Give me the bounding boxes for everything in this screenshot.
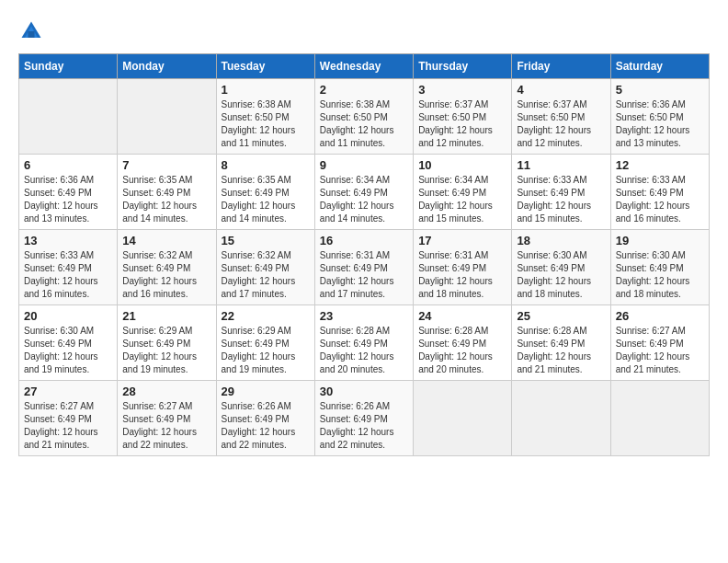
day-number: 28 [122, 385, 210, 398]
day-number: 19 [616, 234, 704, 247]
day-info: Sunrise: 6:37 AM Sunset: 6:50 PM Dayligh… [418, 98, 506, 150]
day-info: Sunrise: 6:29 AM Sunset: 6:49 PM Dayligh… [222, 325, 310, 376]
day-info: Sunrise: 6:30 AM Sunset: 6:49 PM Dayligh… [616, 249, 704, 301]
day-number: 29 [222, 385, 310, 398]
calendar-cell: 26Sunrise: 6:27 AM Sunset: 6:49 PM Dayli… [610, 305, 709, 381]
weekday-header-tuesday: Tuesday [216, 54, 314, 79]
day-number: 23 [320, 309, 408, 323]
day-number: 24 [418, 309, 506, 323]
day-info: Sunrise: 6:28 AM Sunset: 6:49 PM Dayligh… [418, 325, 506, 376]
day-number: 27 [24, 385, 112, 398]
week-row-4: 20Sunrise: 6:30 AM Sunset: 6:49 PM Dayli… [19, 305, 710, 381]
calendar-cell: 23Sunrise: 6:28 AM Sunset: 6:49 PM Dayli… [314, 305, 413, 381]
svg-rect-2 [28, 31, 35, 38]
day-number: 6 [24, 158, 112, 172]
calendar-cell: 22Sunrise: 6:29 AM Sunset: 6:49 PM Dayli… [216, 305, 314, 381]
day-number: 18 [517, 234, 605, 247]
day-info: Sunrise: 6:26 AM Sunset: 6:49 PM Dayligh… [320, 400, 408, 452]
logo [18, 18, 48, 44]
day-number: 8 [222, 158, 310, 172]
weekday-header-row: SundayMondayTuesdayWednesdayThursdayFrid… [19, 54, 710, 79]
day-info: Sunrise: 6:26 AM Sunset: 6:49 PM Dayligh… [222, 400, 310, 452]
day-number: 1 [222, 83, 310, 97]
calendar-cell: 1Sunrise: 6:38 AM Sunset: 6:50 PM Daylig… [216, 79, 314, 155]
weekday-header-saturday: Saturday [610, 54, 709, 79]
day-number: 2 [320, 83, 408, 97]
day-number: 30 [320, 385, 408, 398]
calendar-cell: 7Sunrise: 6:35 AM Sunset: 6:49 PM Daylig… [118, 155, 216, 230]
calendar-cell: 4Sunrise: 6:37 AM Sunset: 6:50 PM Daylig… [512, 79, 610, 155]
day-number: 4 [517, 83, 605, 97]
day-number: 15 [222, 234, 310, 247]
day-info: Sunrise: 6:28 AM Sunset: 6:49 PM Dayligh… [517, 325, 605, 376]
day-info: Sunrise: 6:30 AM Sunset: 6:49 PM Dayligh… [517, 249, 605, 301]
week-row-5: 27Sunrise: 6:27 AM Sunset: 6:49 PM Dayli… [19, 381, 710, 456]
calendar-cell: 8Sunrise: 6:35 AM Sunset: 6:49 PM Daylig… [216, 155, 314, 230]
calendar-cell: 24Sunrise: 6:28 AM Sunset: 6:49 PM Dayli… [414, 305, 512, 381]
day-info: Sunrise: 6:28 AM Sunset: 6:49 PM Dayligh… [320, 325, 408, 376]
calendar-cell [19, 79, 118, 155]
calendar-cell: 14Sunrise: 6:32 AM Sunset: 6:49 PM Dayli… [118, 230, 216, 305]
calendar-cell: 30Sunrise: 6:26 AM Sunset: 6:49 PM Dayli… [314, 381, 413, 456]
day-info: Sunrise: 6:29 AM Sunset: 6:49 PM Dayligh… [122, 325, 210, 376]
day-info: Sunrise: 6:32 AM Sunset: 6:49 PM Dayligh… [222, 249, 310, 301]
day-number: 9 [320, 158, 408, 172]
day-info: Sunrise: 6:27 AM Sunset: 6:49 PM Dayligh… [122, 400, 210, 452]
day-number: 22 [222, 309, 310, 323]
calendar-cell [118, 79, 216, 155]
weekday-header-thursday: Thursday [414, 54, 512, 79]
day-info: Sunrise: 6:32 AM Sunset: 6:49 PM Dayligh… [122, 249, 210, 301]
week-row-2: 6Sunrise: 6:36 AM Sunset: 6:49 PM Daylig… [19, 155, 710, 230]
day-number: 7 [122, 158, 210, 172]
calendar-cell: 18Sunrise: 6:30 AM Sunset: 6:49 PM Dayli… [512, 230, 610, 305]
calendar-cell [414, 381, 512, 456]
calendar-cell [610, 381, 709, 456]
day-number: 17 [418, 234, 506, 247]
calendar-cell: 9Sunrise: 6:34 AM Sunset: 6:49 PM Daylig… [314, 155, 413, 230]
day-info: Sunrise: 6:36 AM Sunset: 6:49 PM Dayligh… [24, 174, 112, 225]
calendar-cell: 25Sunrise: 6:28 AM Sunset: 6:49 PM Dayli… [512, 305, 610, 381]
day-info: Sunrise: 6:27 AM Sunset: 6:49 PM Dayligh… [616, 325, 704, 376]
page-header [18, 18, 710, 44]
calendar-cell: 19Sunrise: 6:30 AM Sunset: 6:49 PM Dayli… [610, 230, 709, 305]
day-info: Sunrise: 6:34 AM Sunset: 6:49 PM Dayligh… [418, 174, 506, 225]
day-number: 5 [616, 83, 704, 97]
calendar-cell: 11Sunrise: 6:33 AM Sunset: 6:49 PM Dayli… [512, 155, 610, 230]
calendar-cell: 3Sunrise: 6:37 AM Sunset: 6:50 PM Daylig… [414, 79, 512, 155]
day-number: 21 [122, 309, 210, 323]
day-number: 11 [517, 158, 605, 172]
weekday-header-wednesday: Wednesday [314, 54, 413, 79]
calendar-cell: 15Sunrise: 6:32 AM Sunset: 6:49 PM Dayli… [216, 230, 314, 305]
calendar-cell: 27Sunrise: 6:27 AM Sunset: 6:49 PM Dayli… [19, 381, 118, 456]
day-info: Sunrise: 6:37 AM Sunset: 6:50 PM Dayligh… [517, 98, 605, 150]
day-info: Sunrise: 6:33 AM Sunset: 6:49 PM Dayligh… [517, 174, 605, 225]
calendar-cell [512, 381, 610, 456]
calendar-cell: 5Sunrise: 6:36 AM Sunset: 6:50 PM Daylig… [610, 79, 709, 155]
day-info: Sunrise: 6:30 AM Sunset: 6:49 PM Dayligh… [24, 325, 112, 376]
day-number: 16 [320, 234, 408, 247]
logo-icon [18, 18, 44, 44]
week-row-3: 13Sunrise: 6:33 AM Sunset: 6:49 PM Dayli… [19, 230, 710, 305]
weekday-header-sunday: Sunday [19, 54, 118, 79]
calendar-cell: 29Sunrise: 6:26 AM Sunset: 6:49 PM Dayli… [216, 381, 314, 456]
weekday-header-friday: Friday [512, 54, 610, 79]
day-info: Sunrise: 6:31 AM Sunset: 6:49 PM Dayligh… [320, 249, 408, 301]
day-info: Sunrise: 6:31 AM Sunset: 6:49 PM Dayligh… [418, 249, 506, 301]
day-info: Sunrise: 6:36 AM Sunset: 6:50 PM Dayligh… [616, 98, 704, 150]
day-info: Sunrise: 6:35 AM Sunset: 6:49 PM Dayligh… [122, 174, 210, 225]
calendar-cell: 17Sunrise: 6:31 AM Sunset: 6:49 PM Dayli… [414, 230, 512, 305]
week-row-1: 1Sunrise: 6:38 AM Sunset: 6:50 PM Daylig… [19, 79, 710, 155]
calendar-cell: 2Sunrise: 6:38 AM Sunset: 6:50 PM Daylig… [314, 79, 413, 155]
day-number: 26 [616, 309, 704, 323]
day-number: 14 [122, 234, 210, 247]
day-number: 12 [616, 158, 704, 172]
day-info: Sunrise: 6:35 AM Sunset: 6:49 PM Dayligh… [222, 174, 310, 225]
calendar-cell: 20Sunrise: 6:30 AM Sunset: 6:49 PM Dayli… [19, 305, 118, 381]
day-number: 3 [418, 83, 506, 97]
day-info: Sunrise: 6:27 AM Sunset: 6:49 PM Dayligh… [24, 400, 112, 452]
calendar-cell: 28Sunrise: 6:27 AM Sunset: 6:49 PM Dayli… [118, 381, 216, 456]
calendar-cell: 21Sunrise: 6:29 AM Sunset: 6:49 PM Dayli… [118, 305, 216, 381]
day-info: Sunrise: 6:34 AM Sunset: 6:49 PM Dayligh… [320, 174, 408, 225]
day-info: Sunrise: 6:33 AM Sunset: 6:49 PM Dayligh… [24, 249, 112, 301]
calendar-cell: 10Sunrise: 6:34 AM Sunset: 6:49 PM Dayli… [414, 155, 512, 230]
